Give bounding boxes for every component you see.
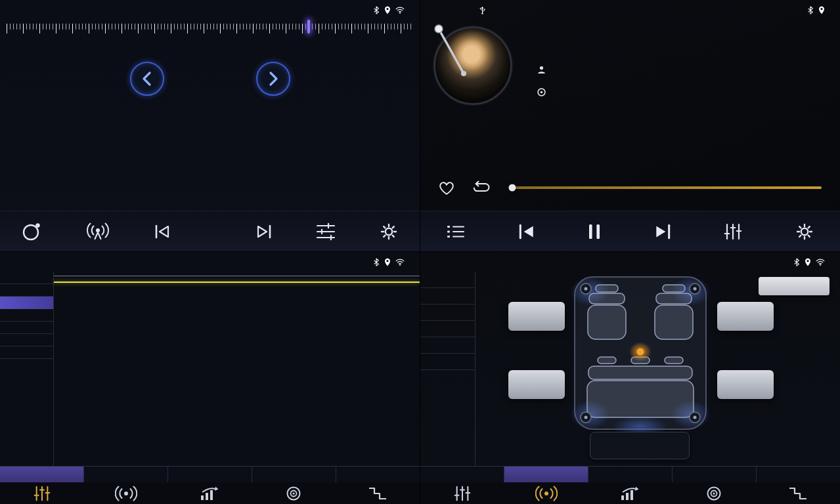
cabin-seat-map[interactable] <box>571 274 709 432</box>
tab-eq[interactable] <box>0 467 84 482</box>
location-icon <box>384 258 391 266</box>
radio-sub-info <box>0 106 420 119</box>
mode-full[interactable] <box>420 272 475 288</box>
balance-icon[interactable] <box>252 486 336 501</box>
repeat-icon[interactable] <box>468 177 494 198</box>
disc-icon <box>537 88 546 96</box>
eq-preset-classic[interactable] <box>0 334 53 346</box>
radio-toolbar <box>0 211 420 251</box>
tab-balance[interactable] <box>252 467 336 482</box>
surround-icon[interactable] <box>504 486 588 501</box>
mode-driver[interactable] <box>420 288 475 304</box>
eq-preset-jazz[interactable] <box>0 309 53 322</box>
equalizer-screen <box>0 252 420 504</box>
eq-preset-normal[interactable] <box>0 297 53 309</box>
wifi-icon <box>816 259 825 266</box>
eq-preset-rock[interactable] <box>0 346 53 359</box>
status-icons <box>373 6 412 14</box>
spectrum-visualizer <box>644 55 826 146</box>
crossover-icon[interactable] <box>756 486 840 501</box>
audio-tab-icons <box>0 482 420 504</box>
frequency-display <box>0 58 420 100</box>
tune-up-button[interactable] <box>256 62 290 96</box>
bass-boost-icon[interactable] <box>168 486 252 501</box>
tab-balance[interactable] <box>673 467 757 482</box>
status-icons <box>373 258 412 266</box>
favorite-heart-icon[interactable] <box>435 177 458 199</box>
status-icons <box>793 258 832 266</box>
eq-preset-pop[interactable] <box>0 322 53 334</box>
audio-tabbar <box>420 466 840 504</box>
eq-preset-custom[interactable] <box>0 284 53 297</box>
next-icon[interactable] <box>253 221 275 242</box>
eq-preset-list <box>0 272 54 466</box>
radio-screen <box>0 0 420 252</box>
equalizer-icon[interactable] <box>720 220 745 243</box>
bluetooth-icon <box>807 6 814 14</box>
playlist-icon[interactable] <box>443 221 468 242</box>
crossover-icon[interactable] <box>336 486 420 501</box>
tone-sliders-icon[interactable] <box>313 220 339 243</box>
eq-curve-baseline <box>54 276 420 276</box>
previous-icon[interactable] <box>151 221 173 242</box>
location-icon <box>805 258 811 266</box>
head-unit-screen <box>0 0 840 504</box>
location-icon <box>384 6 391 14</box>
delay-rear-left[interactable] <box>508 370 565 399</box>
settings-gear-icon[interactable] <box>792 219 817 244</box>
audio-tab-icons <box>420 482 840 504</box>
tab-crossover[interactable] <box>336 467 420 482</box>
fc-row <box>55 430 416 442</box>
equalizer-icon[interactable] <box>420 485 504 502</box>
status-bar <box>0 0 420 20</box>
tab-surround[interactable] <box>504 467 588 482</box>
player-controls <box>435 177 831 198</box>
surround-icon[interactable] <box>84 486 168 501</box>
eq-preset-default[interactable] <box>0 272 53 284</box>
next-track-icon[interactable] <box>651 220 674 243</box>
bluetooth-icon <box>373 258 380 266</box>
mode-1[interactable] <box>420 321 475 337</box>
mode-passenger[interactable] <box>420 304 475 321</box>
tuner-scale[interactable] <box>7 20 413 52</box>
status-bar <box>0 252 420 272</box>
scan-icon[interactable] <box>18 219 45 245</box>
settings-gear-icon[interactable] <box>376 219 401 244</box>
seek-slider[interactable] <box>512 186 822 189</box>
pause-icon[interactable] <box>585 220 604 243</box>
broadcast-icon[interactable] <box>82 219 114 244</box>
listening-position-dot <box>637 348 644 356</box>
seek-knob[interactable] <box>509 184 516 192</box>
eq-curve-line <box>54 282 420 283</box>
delay-rear-right[interactable] <box>717 370 774 399</box>
delay-front-right[interactable] <box>717 302 774 331</box>
music-player-screen <box>420 0 840 252</box>
track-row <box>537 88 552 96</box>
balance-icon[interactable] <box>672 486 756 501</box>
bass-boost-icon[interactable] <box>588 486 673 501</box>
mode-3[interactable] <box>420 354 475 370</box>
tab-bass-boost[interactable] <box>168 467 252 482</box>
previous-track-icon[interactable] <box>515 220 539 243</box>
surround-preset-button[interactable] <box>759 277 829 295</box>
tab-eq[interactable] <box>420 467 504 482</box>
artist-row <box>537 66 552 74</box>
status-bar <box>420 0 840 20</box>
mode-2[interactable] <box>420 337 475 354</box>
tab-crossover[interactable] <box>757 467 840 482</box>
eq-band-sliders <box>72 307 414 428</box>
tab-bass-boost[interactable] <box>588 467 673 482</box>
player-toolbar <box>420 211 840 251</box>
wifi-icon <box>395 259 405 266</box>
tuner-needle[interactable] <box>307 20 310 33</box>
tab-surround[interactable] <box>84 467 168 482</box>
delay-front-left[interactable] <box>508 302 565 331</box>
q-row <box>55 445 416 456</box>
usb-icon <box>479 5 485 14</box>
bluetooth-icon <box>373 6 380 14</box>
bluetooth-icon <box>793 258 800 266</box>
surround-screen <box>420 252 840 504</box>
tune-down-button[interactable] <box>130 62 164 96</box>
band-button[interactable] <box>210 229 215 234</box>
equalizer-icon[interactable] <box>0 485 84 502</box>
